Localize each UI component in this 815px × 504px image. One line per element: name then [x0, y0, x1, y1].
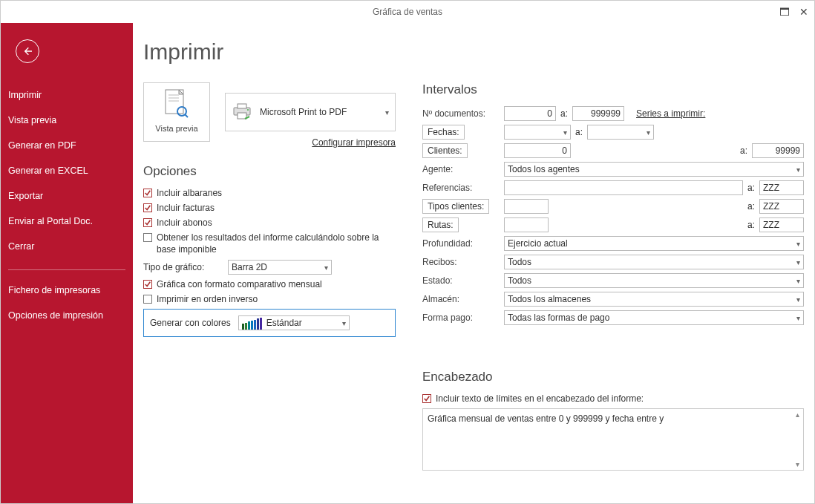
almacen-label: Almacén:	[422, 294, 498, 304]
generar-colores-row: Generar con colores Estándar ▾	[143, 309, 396, 337]
estado-label: Estado:	[422, 275, 498, 286]
sidebar-item-fichero-impresoras[interactable]: Fichero de impresoras	[1, 278, 133, 303]
back-button[interactable]	[16, 39, 39, 63]
generar-colores-select[interactable]: Estándar ▾	[238, 315, 350, 330]
almacen-select[interactable]: Todos los almacenes▾	[504, 292, 804, 307]
series-imprimir-link[interactable]: Series a imprimir:	[636, 108, 705, 119]
check-incluir-albaranes[interactable]: Incluir albaranes	[143, 188, 396, 198]
referencias-from-input[interactable]	[504, 180, 743, 195]
sidebar-item-exportar[interactable]: Exportar	[1, 183, 133, 209]
formapago-select[interactable]: Todas las formas de pago▾	[504, 310, 804, 325]
sidebar-item-cerrar[interactable]: Cerrar	[1, 234, 133, 259]
agente-select[interactable]: Todos los agentes▾	[504, 162, 804, 177]
check-incluir-facturas[interactable]: Incluir facturas	[143, 203, 396, 213]
recibos-label: Recibos:	[422, 257, 498, 267]
config-printer-link[interactable]: Configurar impresora	[312, 137, 396, 148]
clientes-button[interactable]: Clientes:	[422, 143, 468, 158]
check-obtener-resultados[interactable]: Obtener los resultados del informe calcu…	[143, 232, 396, 255]
num-doc-to-input[interactable]: 999999	[572, 106, 624, 121]
printer-icon	[232, 102, 252, 122]
profundidad-select[interactable]: Ejercicio actual▾	[504, 236, 804, 251]
chevron-down-icon: ▾	[385, 108, 389, 117]
maximize-icon[interactable]: 🗖	[779, 1, 791, 23]
check-grafica-comparativo[interactable]: Gráfica con formato comparativo mensual	[143, 279, 396, 289]
formapago-label: Forma pago:	[422, 312, 498, 323]
num-doc-label: Nº documentos:	[422, 108, 498, 119]
sidebar-item-imprimir[interactable]: Imprimir	[1, 82, 133, 108]
close-icon[interactable]: ✕	[798, 1, 810, 23]
sidebar-item-generar-excel[interactable]: Generar en EXCEL	[1, 158, 133, 183]
title-bar: Gráfica de ventas 🗖 ✕	[1, 1, 814, 23]
check-imprimir-inverso[interactable]: Imprimir en orden inverso	[143, 294, 396, 304]
tipos-clientes-button[interactable]: Tipos clientes:	[422, 199, 489, 214]
svg-line-5	[185, 114, 188, 117]
scroll-up-icon: ▴	[796, 410, 799, 419]
sidebar-separator	[8, 269, 125, 270]
window-title: Gráfica de ventas	[373, 7, 442, 17]
check-incluir-limites[interactable]: Incluir texto de límites en el encabezad…	[422, 393, 804, 404]
tipo-grafico-select[interactable]: Barra 2D ▾	[228, 260, 332, 275]
tipos-clientes-from-input[interactable]	[504, 199, 549, 214]
preview-label: Vista previa	[147, 124, 206, 133]
textarea-scrollbar[interactable]: ▴ ▾	[791, 409, 803, 470]
tipo-grafico-label: Tipo de gráfico:	[143, 262, 222, 272]
fechas-button[interactable]: Fechas:	[422, 125, 465, 140]
check-incluir-abonos[interactable]: Incluir abonos	[143, 217, 396, 228]
chevron-down-icon: ▾	[338, 319, 346, 327]
sidebar-item-opciones-impresion[interactable]: Opciones de impresión	[1, 303, 133, 328]
rutas-to-input[interactable]: ZZZ	[759, 217, 804, 232]
encabezado-heading: Encabezado	[422, 370, 804, 384]
intervalos-heading: Intervalos	[422, 82, 804, 97]
fecha-from-select[interactable]: ▾	[504, 125, 571, 140]
svg-point-9	[247, 109, 249, 111]
generar-colores-label: Generar con colores	[150, 318, 231, 328]
fecha-to-select[interactable]: ▾	[587, 125, 654, 140]
clientes-from-input[interactable]: 0	[504, 143, 571, 158]
color-swatch-icon	[242, 316, 262, 330]
chevron-down-icon: ▾	[320, 264, 328, 272]
rutas-from-input[interactable]	[504, 217, 549, 232]
header-textarea[interactable]: Gráfica mensual de ventas entre 0 y 9999…	[422, 408, 804, 471]
page-title: Imprimir	[143, 39, 804, 65]
scroll-down-icon: ▾	[796, 460, 799, 468]
options-heading: Opciones	[143, 164, 396, 179]
num-doc-from-input[interactable]: 0	[504, 106, 556, 121]
rutas-button[interactable]: Rutas:	[422, 217, 459, 232]
sidebar-item-enviar-portal[interactable]: Enviar al Portal Doc.	[1, 209, 133, 234]
estado-select[interactable]: Todos▾	[504, 273, 804, 288]
main-panel: Imprimir	[133, 23, 814, 503]
referencias-label: Referencias:	[422, 183, 498, 193]
recibos-select[interactable]: Todos▾	[504, 255, 804, 269]
document-preview-icon	[147, 89, 206, 121]
referencias-to-input[interactable]: ZZZ	[759, 180, 804, 195]
sidebar-item-generar-pdf[interactable]: Generar en PDF	[1, 133, 133, 158]
sidebar-item-vista-previa[interactable]: Vista previa	[1, 108, 133, 133]
sidebar: Imprimir Vista previa Generar en PDF Gen…	[1, 23, 133, 503]
agente-label: Agente:	[422, 164, 498, 174]
clientes-to-input[interactable]: 99999	[752, 143, 804, 158]
preview-button[interactable]: Vista previa	[143, 82, 210, 142]
back-arrow-icon	[22, 45, 33, 57]
printer-name: Microsoft Print to PDF	[260, 107, 347, 117]
profundidad-label: Profundidad:	[422, 238, 498, 249]
tipos-clientes-to-input[interactable]: ZZZ	[759, 199, 804, 214]
svg-rect-7	[238, 104, 246, 108]
printer-select[interactable]: Microsoft Print to PDF ▾	[225, 93, 396, 131]
